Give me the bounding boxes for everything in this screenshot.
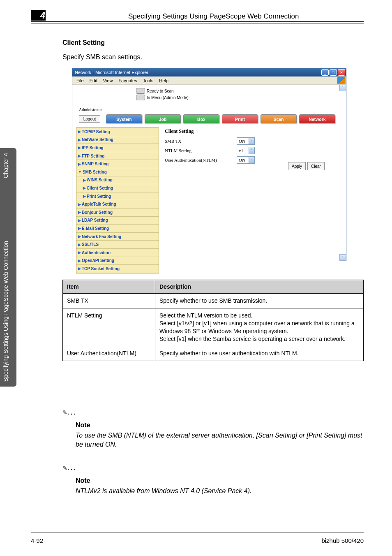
note2-body: NTLMv2 is available from Windows NT 4.0 … — [76, 486, 363, 496]
chapter-marker: 4 — [31, 10, 46, 21]
menu-edit[interactable]: Edit — [87, 77, 100, 84]
cell-item: NTLM Setting — [63, 308, 155, 346]
sidebar-item-tcpip[interactable]: ▶TCP/IP Setting — [76, 128, 159, 136]
apply-button[interactable]: Apply — [288, 162, 306, 170]
select-smbtx[interactable]: ON˅ — [237, 137, 255, 145]
row-smbtx: SMB TX ON˅ — [165, 137, 255, 145]
th-item: Item — [63, 280, 155, 294]
chapter-number: 4 — [40, 10, 45, 21]
sidebar-item-ldap[interactable]: ▶LDAP Setting — [76, 217, 159, 225]
sidebar-item-ftp[interactable]: ▶FTP Setting — [76, 152, 159, 160]
sidebar-item-ipp[interactable]: ▶IPP Setting — [76, 144, 159, 152]
cell-desc: Specify whether to use SMB transmission. — [155, 294, 364, 308]
sidebar-item-ssltls[interactable]: ▶SSL/TLS — [76, 241, 159, 249]
description-table: Item Description SMB TX Specify whether … — [62, 280, 364, 361]
window-controls: _ □ × — [321, 69, 345, 76]
note-icon: ✎... — [62, 465, 77, 471]
section-title: Client Setting — [62, 39, 105, 46]
note-icon: ✎... — [62, 409, 77, 416]
label-userauth: User Authentication(NTLM) — [165, 158, 237, 162]
apply-clear-group: Apply Clear — [288, 162, 325, 170]
tab-system[interactable]: System — [106, 114, 142, 123]
sidebar-item-email[interactable]: ▶E-Mail Setting — [76, 225, 159, 233]
maximize-button[interactable]: □ — [330, 69, 337, 76]
page-title: Specifying Settings Using PageScope Web … — [128, 12, 299, 21]
window-title: Network - Microsoft Internet Explorer — [73, 70, 148, 75]
sidebar-item-bonjour[interactable]: ▶Bonjour Setting — [76, 208, 159, 217]
sidebar-item-smb[interactable]: ▼SMB Setting — [76, 168, 159, 176]
menu-tools[interactable]: Tools — [141, 77, 156, 84]
section-subtitle: Specify SMB scan settings. — [62, 53, 142, 61]
sidebar-item-appletalk[interactable]: ▶AppleTalk Setting — [76, 200, 159, 208]
cell-item: User Authentication(NTLM) — [63, 346, 155, 361]
sidebar-item-wins[interactable]: ▶WINS Setting — [76, 176, 159, 185]
select-userauth[interactable]: ON˅ — [237, 156, 255, 164]
tab-box[interactable]: Box — [183, 114, 219, 123]
footer-model: bizhub 500/420 — [321, 537, 364, 544]
sidebar-item-tcpsocket[interactable]: ▶TCP Socket Setting — [76, 265, 159, 273]
sidebar: ▶TCP/IP Setting ▶NetWare Setting ▶IPP Se… — [76, 127, 159, 273]
tab-job[interactable]: Job — [145, 114, 181, 123]
header-divider-thin — [31, 23, 364, 23]
menu-favorites[interactable]: Favorites — [116, 77, 139, 84]
status-area: Ready to Scan In Menu (Admin Mode) — [136, 88, 189, 100]
row-userauth: User Authentication(NTLM) ON˅ — [165, 156, 255, 164]
table-row: SMB TX Specify whether to use SMB transm… — [63, 294, 364, 308]
cell-desc: Specify whether to use user authenticati… — [155, 346, 364, 361]
table-row: NTLM Setting Select the NTLM version to … — [63, 308, 364, 346]
logout-button[interactable]: Logout — [79, 115, 100, 123]
scroll-up-button[interactable]: ˄ — [339, 85, 346, 91]
select-ntlm[interactable]: v1˅ — [237, 147, 255, 154]
printer-icon — [136, 88, 145, 94]
clear-button[interactable]: Clear — [307, 162, 325, 170]
menu-view[interactable]: View — [101, 77, 115, 84]
note1-body: To use the SMB (NTLM) of the external se… — [76, 431, 363, 449]
sidebar-item-netfax[interactable]: ▶Network Fax Setting — [76, 233, 159, 241]
chevron-down-icon: ˅ — [249, 138, 254, 144]
sidebar-item-client[interactable]: ▶Client Setting — [76, 184, 159, 192]
note2-title: Note — [76, 477, 90, 484]
top-tabs: System Job Box Print Scan Network — [106, 114, 338, 123]
content-title: Client Setting — [165, 128, 255, 134]
scroll-down-button[interactable]: ˅ — [339, 254, 346, 261]
table-row: User Authentication(NTLM) Specify whethe… — [63, 346, 364, 361]
menu-help[interactable]: Help — [157, 77, 171, 84]
footer-page-number: 4-92 — [31, 537, 43, 544]
sidebar-item-print-setting[interactable]: ▶Print Setting — [76, 192, 159, 201]
row-ntlm: NTLM Setting v1˅ — [165, 146, 255, 155]
th-desc: Description — [155, 280, 364, 294]
browser-body: ˄ ˅ Ready to Scan In Menu (Admin Mode) A… — [72, 85, 346, 261]
menu-file[interactable]: File — [74, 77, 86, 84]
sidebar-item-openapi[interactable]: ▶OpenAPI Setting — [76, 257, 159, 265]
tab-network[interactable]: Network — [299, 114, 335, 123]
cell-item: SMB TX — [63, 294, 155, 308]
side-tab-label: Specifying Settings Using PageScope Web … — [2, 241, 9, 382]
close-button[interactable]: × — [338, 69, 345, 76]
sidebar-item-snmp[interactable]: ▶SNMP Setting — [76, 160, 159, 168]
minimize-button[interactable]: _ — [321, 69, 329, 76]
panel-icon — [136, 95, 145, 100]
tab-scan[interactable]: Scan — [261, 114, 297, 123]
side-tab: Chapter 4 Specifying Settings Using Page… — [0, 148, 16, 387]
chevron-down-icon: ˅ — [249, 157, 254, 163]
header-divider-thick — [31, 21, 364, 22]
footer-divider — [31, 533, 364, 533]
menu-bar: File Edit View Favorites Tools Help — [72, 76, 346, 85]
sidebar-item-netware[interactable]: ▶NetWare Setting — [76, 136, 159, 144]
side-chapter-label: Chapter 4 — [2, 153, 9, 178]
tab-print[interactable]: Print — [222, 114, 258, 123]
ready-text: Ready to Scan — [147, 89, 174, 93]
browser-window: Network - Microsoft Internet Explorer _ … — [72, 68, 346, 261]
chevron-down-icon: ˅ — [249, 147, 254, 154]
admin-label: Administrator — [79, 107, 102, 112]
label-smbtx: SMB TX — [165, 139, 237, 144]
label-ntlm: NTLM Setting — [165, 148, 237, 153]
cell-desc: Select the NTLM version to be used. Sele… — [155, 308, 364, 346]
content-area: Client Setting SMB TX ON˅ NTLM Setting v… — [165, 128, 255, 165]
sidebar-item-auth[interactable]: ▶Authentication — [76, 249, 159, 257]
menu-mode-text: In Menu (Admin Mode) — [147, 95, 189, 100]
title-bar: Network - Microsoft Internet Explorer _ … — [72, 68, 346, 76]
note1-title: Note — [76, 422, 90, 429]
ie-logo-icon — [337, 77, 346, 84]
